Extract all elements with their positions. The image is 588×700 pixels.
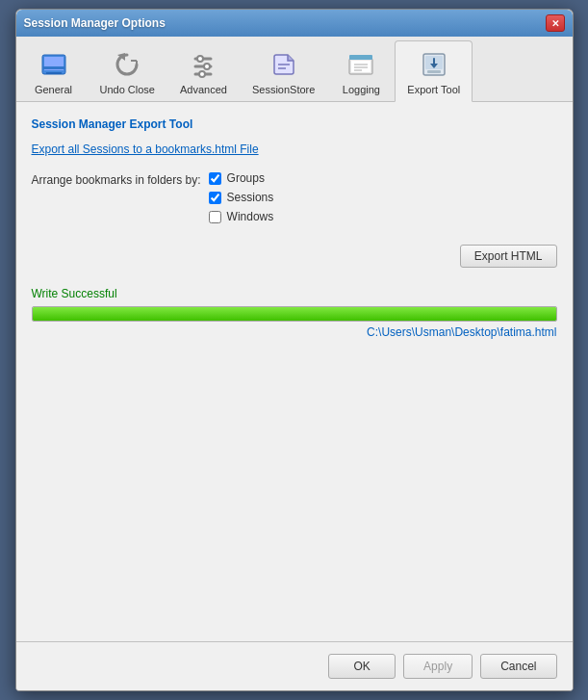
tab-undo-close[interactable]: Undo Close [88, 40, 167, 101]
write-status: Write Successful [32, 287, 557, 300]
svg-rect-17 [349, 55, 372, 60]
checkbox-sessions-row: Sessions [209, 191, 274, 204]
checkbox-windows-label: Windows [227, 210, 274, 223]
undo-close-icon [110, 47, 144, 82]
progress-bar-fill [33, 307, 556, 321]
arrange-label: Arrange bookmarks in folders by: [32, 173, 201, 187]
ok-button[interactable]: OK [328, 654, 396, 679]
tab-logging-label: Logging [343, 84, 380, 95]
tab-general-label: General [35, 84, 72, 95]
checkbox-sessions-label: Sessions [227, 191, 274, 204]
content-area: Session Manager Export Tool Export all S… [16, 102, 573, 641]
file-path: C:\Users\Usman\Desktop\fatima.html [32, 325, 557, 339]
tab-export-tool-label: Export Tool [407, 84, 460, 95]
advanced-icon [186, 47, 220, 82]
checkbox-groups-row: Groups [209, 171, 274, 185]
export-tool-icon [417, 47, 451, 82]
window-title: Session Manager Options [24, 16, 166, 30]
svg-rect-3 [42, 66, 65, 69]
tab-session-store-label: SessionStore [252, 84, 315, 95]
tab-general[interactable]: General [20, 40, 88, 101]
logging-icon [344, 47, 378, 82]
tab-export-tool[interactable]: Export Tool [395, 40, 473, 102]
status-section: Write Successful C:\Users\Usman\Desktop\… [32, 287, 557, 339]
checkbox-groups-label: Groups [227, 171, 265, 185]
checkbox-groups[interactable] [209, 172, 221, 185]
checkbox-windows-row: Windows [209, 210, 274, 223]
toolbar: General Undo Close [16, 37, 573, 102]
progress-bar-container [32, 306, 557, 322]
apply-button[interactable]: Apply [403, 654, 473, 679]
cancel-button[interactable]: Cancel [480, 654, 556, 679]
svg-point-8 [197, 56, 203, 62]
svg-point-10 [204, 64, 210, 69]
checkboxes-container: Groups Sessions Windows [209, 171, 274, 229]
section-title: Session Manager Export Tool [32, 117, 557, 131]
session-store-icon [267, 47, 301, 82]
export-btn-row: Export HTML [32, 245, 557, 279]
tab-undo-close-label: Undo Close [100, 84, 155, 95]
export-link[interactable]: Export all Sessions to a bookmarks.html … [32, 143, 557, 156]
tab-logging[interactable]: Logging [327, 40, 395, 101]
checkbox-windows[interactable] [209, 211, 221, 223]
svg-rect-23 [427, 70, 441, 73]
tab-advanced-label: Advanced [180, 84, 227, 95]
main-window: Session Manager Options ✕ General [15, 9, 574, 691]
tab-advanced[interactable]: Advanced [167, 40, 240, 101]
title-bar: Session Manager Options ✕ [16, 10, 573, 37]
footer: OK Apply Cancel [16, 641, 573, 690]
close-button[interactable]: ✕ [546, 14, 565, 32]
export-html-button[interactable]: Export HTML [460, 245, 557, 268]
general-icon [37, 47, 71, 82]
arrange-section: Arrange bookmarks in folders by: Groups … [32, 171, 557, 229]
checkbox-sessions[interactable] [209, 192, 221, 204]
tab-session-store[interactable]: SessionStore [240, 40, 327, 101]
svg-rect-2 [46, 72, 62, 74]
svg-point-12 [199, 71, 205, 77]
